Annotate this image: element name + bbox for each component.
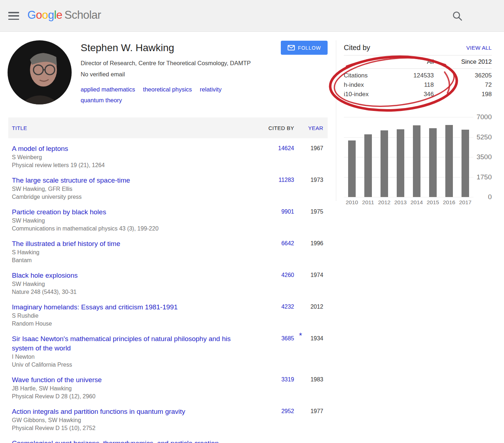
publication-cited-by-link[interactable]: 2952 bbox=[281, 408, 294, 414]
publication-title-link[interactable]: The illustrated a brief history of time bbox=[12, 240, 120, 247]
chart-gridline bbox=[344, 177, 473, 178]
chart-x-tick-label: 2012 bbox=[376, 199, 392, 206]
publication-cited-by-link[interactable]: 9901 bbox=[281, 209, 294, 215]
metric-label: Citations bbox=[344, 72, 391, 79]
chart-gridline bbox=[344, 197, 473, 197]
publication-cited-by-link[interactable]: 6642 bbox=[281, 240, 294, 246]
publication-year: 1983 bbox=[294, 375, 323, 383]
top-app-bar: GoogleScholar bbox=[0, 0, 504, 32]
citation-bar-2012[interactable] bbox=[381, 130, 388, 197]
chart-x-tick-label: 2016 bbox=[441, 199, 457, 206]
menu-hamburger-icon[interactable] bbox=[8, 11, 19, 21]
publication-year: 1975 bbox=[294, 207, 323, 215]
profile-name: Stephen W. Hawking bbox=[81, 41, 282, 55]
interest-tag-link[interactable]: quantum theory bbox=[81, 95, 122, 105]
metric-value-since: 36205 bbox=[434, 72, 492, 79]
publication-row: The illustrated a brief history of time … bbox=[8, 233, 328, 265]
chart-y-tick-label: 0 bbox=[473, 193, 492, 201]
publication-title-link[interactable]: Sir Isaac Newton's mathematical principl… bbox=[12, 335, 231, 352]
publication-row: Black hole explosions SW Hawking Nature … bbox=[8, 265, 328, 297]
publication-title-link[interactable]: Action integrals and partition functions… bbox=[12, 408, 185, 415]
chart-y-tick-label: 1750 bbox=[473, 173, 492, 181]
publication-row: Action integrals and partition functions… bbox=[8, 401, 328, 433]
publication-title-link[interactable]: Particle creation by black holes bbox=[12, 208, 106, 216]
citation-bar-2016[interactable] bbox=[445, 125, 453, 197]
publication-cited-by-link[interactable]: 14624 bbox=[278, 145, 294, 151]
publication-title-link[interactable]: Imaginary homelands: Essays and criticis… bbox=[12, 303, 177, 311]
publication-venue: Physical Review D 15 (10), 2752 bbox=[12, 424, 251, 432]
interest-tag-link[interactable]: theoretical physics bbox=[143, 85, 192, 94]
publication-cited-by-link[interactable]: 3319 bbox=[281, 376, 294, 382]
publication-title-link[interactable]: Black hole explosions bbox=[12, 272, 78, 279]
publication-row: Sir Isaac Newton's mathematical principl… bbox=[8, 328, 328, 370]
citation-bar-2010[interactable] bbox=[348, 140, 356, 197]
profile-affiliation: Director of Research, Centre for Theoret… bbox=[81, 58, 275, 68]
publication-title-link[interactable]: The large scale structure of space-time bbox=[12, 176, 130, 184]
google-logo-text: Google bbox=[27, 9, 62, 21]
envelope-icon bbox=[288, 45, 295, 50]
citation-bar-2017[interactable] bbox=[462, 130, 469, 197]
view-all-link[interactable]: VIEW ALL bbox=[466, 45, 492, 51]
co-authored-asterisk[interactable]: * bbox=[299, 331, 302, 340]
publication-year: 1974 bbox=[294, 271, 323, 278]
publication-authors: GW Gibbons, SW Hawking bbox=[12, 416, 251, 424]
search-icon[interactable] bbox=[451, 10, 464, 22]
cited-by-column-headers: All Since 2012 bbox=[344, 55, 492, 69]
cited-by-title: Cited by bbox=[344, 44, 370, 52]
chart-x-tick-label: 2014 bbox=[409, 199, 425, 206]
profile-interest-tags: applied mathematicstheoretical physicsre… bbox=[81, 85, 268, 105]
publication-title-link[interactable]: Cosmological event horizons, thermodynam… bbox=[12, 439, 219, 443]
citation-bar-2013[interactable] bbox=[397, 129, 404, 197]
sort-by-title-header[interactable]: TITLE bbox=[12, 125, 258, 131]
metric-value-all: 118 bbox=[391, 81, 434, 89]
profile-info: Stephen W. Hawking Director of Research,… bbox=[81, 41, 282, 105]
publication-venue: Communications in mathematical physics 4… bbox=[12, 225, 251, 233]
metric-label: h-index bbox=[344, 81, 391, 89]
metric-value-all: 346 bbox=[391, 91, 434, 98]
citation-metric-row: Citations 124533 36205 bbox=[344, 71, 492, 80]
publication-cited-by-link[interactable]: 4232 bbox=[281, 304, 294, 310]
publication-authors: S Hawking bbox=[12, 249, 251, 256]
metric-value-since: 72 bbox=[434, 81, 492, 89]
publication-venue: Random House bbox=[12, 320, 251, 328]
publication-year: 1996 bbox=[294, 239, 323, 247]
publications-table-header: TITLE CITED BY YEAR bbox=[8, 117, 328, 138]
citation-bar-2015[interactable] bbox=[429, 128, 437, 197]
publication-title-link[interactable]: Wave function of the universe bbox=[12, 376, 102, 384]
chart-gridline bbox=[344, 117, 473, 117]
metric-value-all: 124533 bbox=[391, 72, 434, 79]
cited-by-header: CITED BY bbox=[258, 125, 294, 131]
chart-x-tick-label: 2011 bbox=[360, 199, 376, 206]
publication-title-link[interactable]: A model of leptons bbox=[12, 145, 68, 152]
interest-tag-link[interactable]: relativity bbox=[200, 85, 222, 94]
profile-email-status: No verified email bbox=[81, 70, 282, 79]
publication-cited-by-link[interactable]: 3685 bbox=[281, 335, 294, 341]
publication-venue: Bantam bbox=[12, 256, 251, 264]
follow-button[interactable]: FOLLOW bbox=[281, 41, 328, 55]
publication-authors: S Weinberg bbox=[12, 153, 251, 161]
publication-row: Particle creation by black holes SW Hawk… bbox=[8, 202, 328, 233]
publication-year bbox=[294, 439, 323, 440]
col-since-label: Since 2012 bbox=[434, 58, 492, 66]
metric-value-since: 198 bbox=[434, 91, 492, 98]
publication-year: 1934 bbox=[294, 334, 323, 342]
citation-bar-2011[interactable] bbox=[364, 134, 372, 197]
follow-button-label: FOLLOW bbox=[298, 45, 321, 51]
interest-tag-link[interactable]: applied mathematics bbox=[81, 85, 135, 94]
sort-by-year-header[interactable]: YEAR bbox=[294, 125, 323, 131]
sidebar-divider bbox=[336, 40, 336, 201]
logo-letter: g bbox=[48, 9, 54, 21]
publication-row: Imaginary homelands: Essays and criticis… bbox=[8, 297, 328, 328]
chart-y-tick-label: 7000 bbox=[473, 113, 492, 121]
logo-letter: o bbox=[36, 9, 42, 21]
publication-cited-by-link[interactable]: 4260 bbox=[281, 272, 294, 278]
cited-by-panel: Cited by VIEW ALL All Since 2012 Citatio… bbox=[344, 40, 492, 99]
citation-bar-2014[interactable] bbox=[413, 125, 420, 197]
publication-cited-by-link[interactable]: 11283 bbox=[279, 177, 294, 183]
google-scholar-logo[interactable]: GoogleScholar bbox=[27, 9, 101, 22]
chart-x-tick-label: 2010 bbox=[344, 199, 360, 206]
chart-x-tick-label: 2017 bbox=[457, 199, 473, 206]
citations-chart-y-axis: 01750350052507000 bbox=[473, 117, 492, 197]
metric-label: i10-index bbox=[344, 91, 391, 98]
chart-y-tick-label: 3500 bbox=[473, 153, 492, 161]
